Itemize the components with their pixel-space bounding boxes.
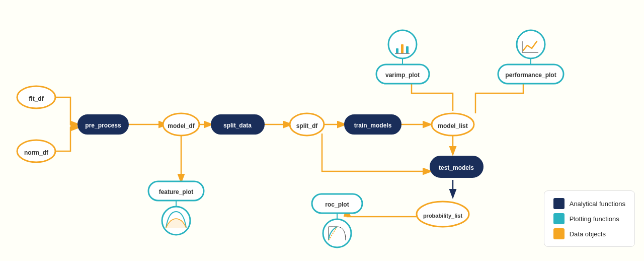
legend-label-data: Data objects <box>570 230 606 238</box>
svg-rect-14 <box>406 46 409 53</box>
legend-label-plotting: Plotting functions <box>570 215 619 223</box>
pre-process-label: pre_process <box>85 122 121 129</box>
feature-plot-label: feature_plot <box>159 188 194 195</box>
legend-color-analytical <box>553 198 565 209</box>
legend-item-data: Data objects <box>553 228 625 239</box>
svg-rect-13 <box>401 44 404 53</box>
legend-label-analytical: Analytical functions <box>570 200 625 208</box>
legend: Analytical functions Plotting functions … <box>544 190 635 247</box>
train-models-label: train_models <box>354 122 392 129</box>
legend-item-plotting: Plotting functions <box>553 213 625 224</box>
legend-color-data <box>553 228 565 239</box>
performance-plot-label: performance_plot <box>505 72 556 79</box>
test-models-label: test_models <box>439 164 474 171</box>
legend-color-plotting <box>553 213 565 224</box>
svg-point-18 <box>517 30 545 58</box>
probability-list-label: probability_list <box>423 213 463 219</box>
fit-df-label: fit_df <box>29 95 44 102</box>
svg-point-27 <box>323 219 351 247</box>
svg-rect-12 <box>396 48 398 53</box>
roc-plot-label: roc_plot <box>325 201 349 208</box>
split-df-label: split_df <box>296 122 318 129</box>
pipeline-diagram: fit_df norm_df model_df split_df model_l… <box>0 0 644 261</box>
model-list-label: model_list <box>438 122 467 129</box>
varimp-plot-label: varimp_plot <box>385 72 420 79</box>
norm-df-label: norm_df <box>24 149 49 156</box>
split-data-label: split_data <box>223 122 252 129</box>
legend-item-analytical: Analytical functions <box>553 198 625 209</box>
model-df-label: model_df <box>168 122 195 129</box>
